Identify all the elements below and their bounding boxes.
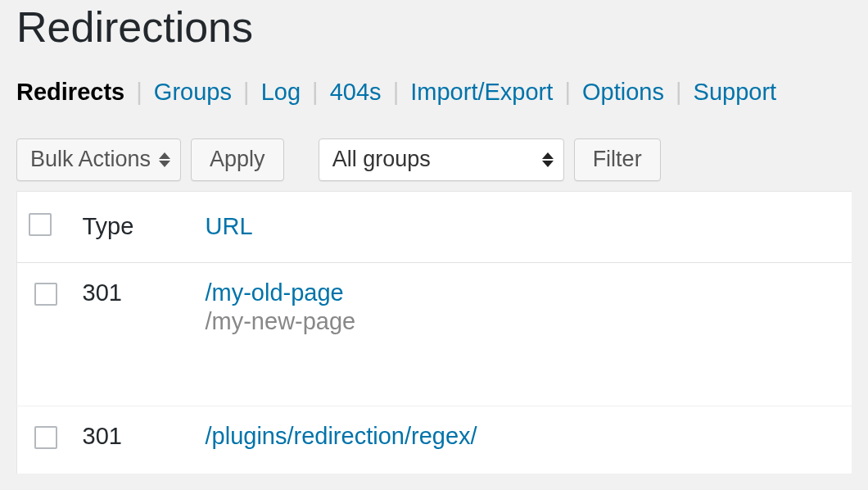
sort-icon <box>540 152 555 167</box>
tab-log[interactable]: Log <box>261 79 301 105</box>
redirects-table: Type URL 301 /my-old-page /my-new-page 3… <box>16 191 852 474</box>
row-source-url[interactable]: /my-old-page <box>206 279 344 306</box>
tab-404s[interactable]: 404s <box>330 79 382 105</box>
row-type: 301 <box>75 262 197 406</box>
column-url[interactable]: URL <box>197 191 852 262</box>
tab-groups[interactable]: Groups <box>154 79 232 105</box>
filter-button[interactable]: Filter <box>574 138 661 181</box>
tab-nav: Redirects | Groups | Log | 404s | Import… <box>16 79 852 134</box>
column-type: Type <box>75 191 197 262</box>
row-source-url[interactable]: /plugins/redirection/regex/ <box>206 423 477 449</box>
page-title: Redirections <box>16 0 852 59</box>
row-checkbox[interactable] <box>34 426 57 449</box>
row-type: 301 <box>75 406 197 474</box>
column-url-sort-link[interactable]: URL <box>206 213 253 239</box>
toolbar: Bulk Actions Apply All groups Filter <box>16 134 852 191</box>
nav-separator: | <box>131 79 147 105</box>
nav-separator: | <box>307 79 323 105</box>
nav-separator: | <box>388 79 405 105</box>
apply-button[interactable]: Apply <box>191 138 284 181</box>
groups-filter-label: All groups <box>332 147 431 172</box>
bulk-actions-label: Bulk Actions <box>30 147 151 172</box>
row-url-cell: /plugins/redirection/regex/ <box>197 406 852 474</box>
row-target-url: /my-new-page <box>206 308 844 335</box>
nav-separator: | <box>238 79 255 105</box>
tab-support[interactable]: Support <box>694 79 777 105</box>
row-checkbox[interactable] <box>34 283 57 306</box>
table-row: 301 /plugins/redirection/regex/ <box>17 406 852 474</box>
tab-import-export[interactable]: Import/Export <box>410 79 553 105</box>
select-all-checkbox[interactable] <box>29 213 52 236</box>
bulk-actions-select[interactable]: Bulk Actions <box>16 138 181 181</box>
nav-separator: | <box>671 79 687 105</box>
row-url-cell: /my-old-page /my-new-page <box>197 262 852 406</box>
groups-filter-select[interactable]: All groups <box>319 138 564 181</box>
sort-icon <box>157 152 172 167</box>
table-row: 301 /my-old-page /my-new-page <box>17 262 852 406</box>
tab-options[interactable]: Options <box>582 79 664 105</box>
column-checkbox <box>17 191 75 262</box>
tab-redirects[interactable]: Redirects <box>16 79 124 105</box>
nav-separator: | <box>559 79 576 105</box>
